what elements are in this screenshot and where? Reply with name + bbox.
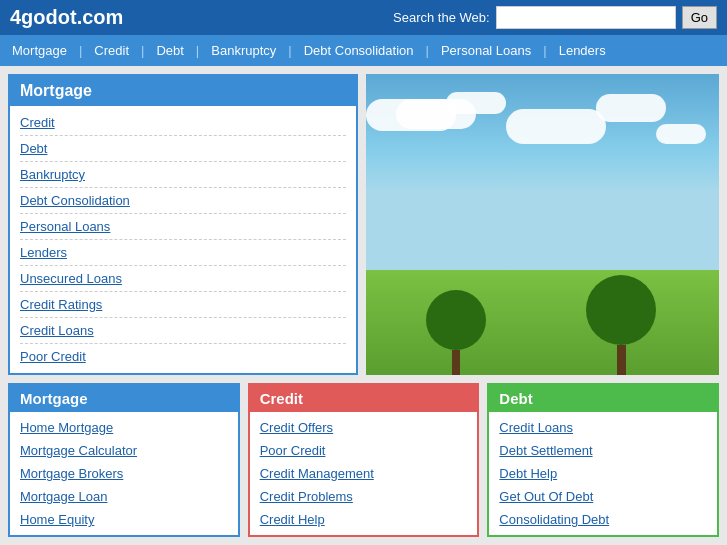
credit-card-title: Credit bbox=[250, 385, 478, 412]
mortgage-link-home-equity[interactable]: Home Equity bbox=[20, 508, 228, 531]
cloud bbox=[506, 109, 606, 144]
mortgage-link-mortgage-calculator[interactable]: Mortgage Calculator bbox=[20, 439, 228, 462]
nav-item-lenders[interactable]: Lenders bbox=[547, 35, 618, 66]
mortgage-link-debt-consolidation[interactable]: Debt Consolidation bbox=[20, 188, 346, 214]
debt-card: DebtCredit LoansDebt SettlementDebt Help… bbox=[487, 383, 719, 537]
mortgage-link-credit-ratings[interactable]: Credit Ratings bbox=[20, 292, 346, 318]
clouds bbox=[366, 84, 719, 280]
site-logo: 4godot.com bbox=[10, 6, 123, 29]
mortgage-link-mortgage-brokers[interactable]: Mortgage Brokers bbox=[20, 462, 228, 485]
mortgage-link-poor-credit[interactable]: Poor Credit bbox=[20, 344, 346, 369]
search-input[interactable] bbox=[496, 6, 676, 29]
nav-item-personal-loans[interactable]: Personal Loans bbox=[429, 35, 543, 66]
tree-right bbox=[586, 275, 656, 375]
search-area: Search the Web: Go bbox=[393, 6, 717, 29]
credit-card-body: Credit OffersPoor CreditCredit Managemen… bbox=[250, 412, 478, 535]
debt-link-consolidating-debt[interactable]: Consolidating Debt bbox=[499, 508, 707, 531]
credit-link-credit-problems[interactable]: Credit Problems bbox=[260, 485, 468, 508]
mortgage-panel: Mortgage CreditDebtBankruptcyDebt Consol… bbox=[8, 74, 358, 375]
mortgage-link-bankruptcy[interactable]: Bankruptcy bbox=[20, 162, 346, 188]
debt-link-debt-settlement[interactable]: Debt Settlement bbox=[499, 439, 707, 462]
header: 4godot.com Search the Web: Go bbox=[0, 0, 727, 35]
mortgage-panel-body: CreditDebtBankruptcyDebt ConsolidationPe… bbox=[10, 106, 356, 373]
search-button[interactable]: Go bbox=[682, 6, 717, 29]
bottom-section: MortgageHome MortgageMortgage Calculator… bbox=[0, 383, 727, 545]
mortgage-link-debt[interactable]: Debt bbox=[20, 136, 346, 162]
credit-link-credit-help[interactable]: Credit Help bbox=[260, 508, 468, 531]
navbar: Mortgage|Credit|Debt|Bankruptcy|Debt Con… bbox=[0, 35, 727, 66]
cloud bbox=[596, 94, 666, 122]
mortgage-link-credit-loans[interactable]: Credit Loans bbox=[20, 318, 346, 344]
credit-card: CreditCredit OffersPoor CreditCredit Man… bbox=[248, 383, 480, 537]
debt-link-get-out-of-debt[interactable]: Get Out Of Debt bbox=[499, 485, 707, 508]
nav-item-mortgage[interactable]: Mortgage bbox=[0, 35, 79, 66]
mortgage-link-home-mortgage[interactable]: Home Mortgage bbox=[20, 416, 228, 439]
mortgage-card: MortgageHome MortgageMortgage Calculator… bbox=[8, 383, 240, 537]
debt-link-debt-help[interactable]: Debt Help bbox=[499, 462, 707, 485]
mortgage-link-lenders[interactable]: Lenders bbox=[20, 240, 346, 266]
cloud bbox=[366, 99, 456, 131]
nav-item-credit[interactable]: Credit bbox=[82, 35, 141, 66]
hero-image bbox=[366, 74, 719, 375]
credit-link-credit-offers[interactable]: Credit Offers bbox=[260, 416, 468, 439]
mortgage-link-credit[interactable]: Credit bbox=[20, 110, 346, 136]
nav-item-bankruptcy[interactable]: Bankruptcy bbox=[199, 35, 288, 66]
mortgage-panel-title: Mortgage bbox=[10, 76, 356, 106]
mortgage-link-mortgage-loan[interactable]: Mortgage Loan bbox=[20, 485, 228, 508]
credit-link-credit-management[interactable]: Credit Management bbox=[260, 462, 468, 485]
nav-item-debt[interactable]: Debt bbox=[144, 35, 195, 66]
debt-link-credit-loans[interactable]: Credit Loans bbox=[499, 416, 707, 439]
cloud bbox=[656, 124, 706, 144]
ground bbox=[366, 270, 719, 375]
sky bbox=[366, 74, 719, 270]
debt-card-title: Debt bbox=[489, 385, 717, 412]
debt-card-body: Credit LoansDebt SettlementDebt HelpGet … bbox=[489, 412, 717, 535]
mortgage-link-personal-loans[interactable]: Personal Loans bbox=[20, 214, 346, 240]
search-label: Search the Web: bbox=[393, 10, 490, 25]
main-content: Mortgage CreditDebtBankruptcyDebt Consol… bbox=[0, 66, 727, 383]
mortgage-card-title: Mortgage bbox=[10, 385, 238, 412]
mortgage-link-unsecured-loans[interactable]: Unsecured Loans bbox=[20, 266, 346, 292]
credit-link-poor-credit[interactable]: Poor Credit bbox=[260, 439, 468, 462]
tree-left bbox=[426, 290, 486, 375]
nav-item-debt-consolidation[interactable]: Debt Consolidation bbox=[292, 35, 426, 66]
mortgage-card-body: Home MortgageMortgage CalculatorMortgage… bbox=[10, 412, 238, 535]
